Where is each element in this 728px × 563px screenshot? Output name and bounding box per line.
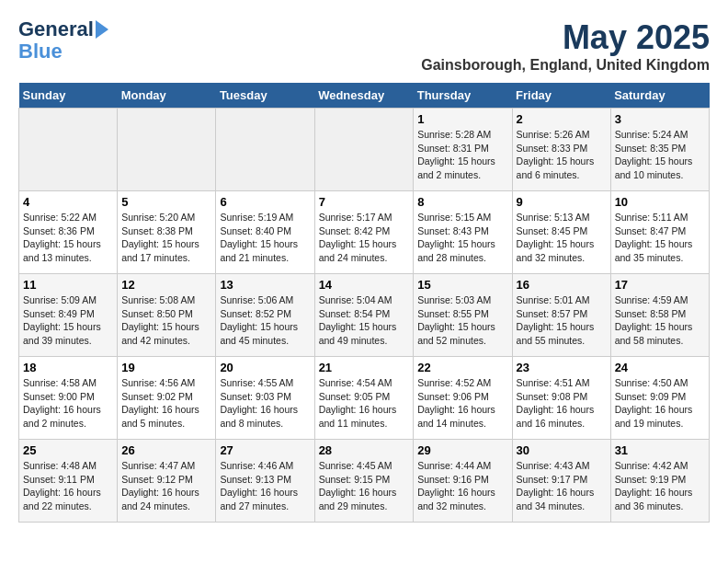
month-title: May 2025 [421, 18, 710, 57]
week-row-3: 11Sunrise: 5:09 AM Sunset: 8:49 PM Dayli… [19, 274, 710, 357]
week-row-2: 4Sunrise: 5:22 AM Sunset: 8:36 PM Daylig… [19, 191, 710, 274]
week-row-1: 1Sunrise: 5:28 AM Sunset: 8:31 PM Daylig… [19, 109, 710, 191]
day-info: Sunrise: 4:45 AM Sunset: 9:15 PM Dayligh… [319, 459, 410, 513]
weekday-header-wednesday: Wednesday [314, 83, 414, 109]
day-info: Sunrise: 5:06 AM Sunset: 8:52 PM Dayligh… [220, 293, 310, 348]
day-number: 24 [615, 361, 705, 374]
calendar-cell: 21Sunrise: 4:54 AM Sunset: 9:05 PM Dayli… [314, 357, 414, 440]
day-info: Sunrise: 5:09 AM Sunset: 8:49 PM Dayligh… [23, 293, 113, 348]
day-info: Sunrise: 4:50 AM Sunset: 9:09 PM Dayligh… [615, 376, 705, 431]
day-number: 2 [517, 112, 607, 126]
calendar-cell: 23Sunrise: 4:51 AM Sunset: 9:08 PM Dayli… [512, 357, 610, 440]
week-row-5: 25Sunrise: 4:48 AM Sunset: 9:11 PM Dayli… [19, 440, 710, 523]
calendar-cell: 26Sunrise: 4:47 AM Sunset: 9:12 PM Dayli… [118, 440, 216, 523]
weekday-header-thursday: Thursday [414, 83, 512, 109]
day-info: Sunrise: 4:44 AM Sunset: 9:16 PM Dayligh… [417, 459, 507, 513]
calendar-cell: 6Sunrise: 5:19 AM Sunset: 8:40 PM Daylig… [216, 191, 314, 274]
day-number: 31 [615, 443, 705, 457]
calendar-cell: 10Sunrise: 5:11 AM Sunset: 8:47 PM Dayli… [610, 191, 709, 274]
calendar-cell: 7Sunrise: 5:17 AM Sunset: 8:42 PM Daylig… [314, 191, 414, 274]
calendar-cell: 8Sunrise: 5:15 AM Sunset: 8:43 PM Daylig… [414, 191, 512, 274]
day-number: 3 [615, 112, 705, 126]
day-number: 21 [319, 361, 410, 374]
day-number: 28 [319, 443, 410, 457]
calendar-cell: 5Sunrise: 5:20 AM Sunset: 8:38 PM Daylig… [118, 191, 216, 274]
calendar-cell: 11Sunrise: 5:09 AM Sunset: 8:49 PM Dayli… [19, 274, 118, 357]
calendar-cell: 20Sunrise: 4:55 AM Sunset: 9:03 PM Dayli… [216, 357, 314, 440]
day-info: Sunrise: 5:13 AM Sunset: 8:45 PM Dayligh… [517, 211, 607, 265]
weekday-header-friday: Friday [512, 83, 610, 109]
day-info: Sunrise: 5:26 AM Sunset: 8:33 PM Dayligh… [517, 128, 607, 182]
day-info: Sunrise: 4:55 AM Sunset: 9:03 PM Dayligh… [220, 376, 310, 431]
calendar-cell: 22Sunrise: 4:52 AM Sunset: 9:06 PM Dayli… [414, 357, 512, 440]
weekday-header-sunday: Sunday [19, 83, 118, 109]
calendar-cell: 17Sunrise: 4:59 AM Sunset: 8:58 PM Dayli… [610, 274, 709, 357]
day-number: 29 [417, 443, 507, 457]
calendar-cell: 13Sunrise: 5:06 AM Sunset: 8:52 PM Dayli… [216, 274, 314, 357]
calendar-cell: 16Sunrise: 5:01 AM Sunset: 8:57 PM Dayli… [512, 274, 610, 357]
calendar-cell: 25Sunrise: 4:48 AM Sunset: 9:11 PM Dayli… [19, 440, 118, 523]
day-info: Sunrise: 4:52 AM Sunset: 9:06 PM Dayligh… [417, 376, 507, 431]
calendar-cell [19, 109, 118, 191]
calendar-cell: 31Sunrise: 4:42 AM Sunset: 9:19 PM Dayli… [610, 440, 709, 523]
day-info: Sunrise: 4:54 AM Sunset: 9:05 PM Dayligh… [319, 376, 410, 431]
day-info: Sunrise: 4:46 AM Sunset: 9:13 PM Dayligh… [220, 459, 310, 513]
logo-blue: Blue [18, 40, 63, 63]
day-info: Sunrise: 5:15 AM Sunset: 8:43 PM Dayligh… [417, 211, 507, 265]
calendar-cell: 30Sunrise: 4:43 AM Sunset: 9:17 PM Dayli… [512, 440, 610, 523]
day-info: Sunrise: 5:24 AM Sunset: 8:35 PM Dayligh… [615, 128, 705, 182]
calendar-cell [216, 109, 314, 191]
day-number: 20 [220, 361, 310, 374]
weekday-header-tuesday: Tuesday [216, 83, 314, 109]
calendar-cell: 12Sunrise: 5:08 AM Sunset: 8:50 PM Dayli… [118, 274, 216, 357]
day-number: 18 [23, 361, 113, 374]
title-block: May 2025 Gainsborough, England, United K… [421, 18, 710, 74]
day-info: Sunrise: 5:11 AM Sunset: 8:47 PM Dayligh… [615, 211, 705, 265]
calendar-cell [118, 109, 216, 191]
calendar-cell: 9Sunrise: 5:13 AM Sunset: 8:45 PM Daylig… [512, 191, 610, 274]
day-number: 11 [23, 278, 113, 292]
day-info: Sunrise: 4:59 AM Sunset: 8:58 PM Dayligh… [615, 293, 705, 348]
logo: General Blue [18, 18, 108, 63]
day-number: 26 [121, 443, 211, 457]
day-info: Sunrise: 4:47 AM Sunset: 9:12 PM Dayligh… [121, 459, 211, 513]
logo-general: General [18, 18, 94, 40]
day-info: Sunrise: 5:28 AM Sunset: 8:31 PM Dayligh… [417, 128, 507, 182]
day-number: 16 [517, 278, 607, 292]
day-info: Sunrise: 4:48 AM Sunset: 9:11 PM Dayligh… [23, 459, 113, 513]
calendar-cell: 28Sunrise: 4:45 AM Sunset: 9:15 PM Dayli… [314, 440, 414, 523]
calendar-cell: 18Sunrise: 4:58 AM Sunset: 9:00 PM Dayli… [19, 357, 118, 440]
day-number: 5 [121, 195, 211, 209]
day-number: 14 [319, 278, 410, 292]
calendar-header-row: SundayMondayTuesdayWednesdayThursdayFrid… [19, 83, 710, 109]
calendar-cell: 2Sunrise: 5:26 AM Sunset: 8:33 PM Daylig… [512, 109, 610, 191]
day-number: 25 [23, 443, 113, 457]
day-info: Sunrise: 5:22 AM Sunset: 8:36 PM Dayligh… [23, 211, 113, 265]
day-info: Sunrise: 4:58 AM Sunset: 9:00 PM Dayligh… [23, 376, 113, 431]
calendar-cell: 14Sunrise: 5:04 AM Sunset: 8:54 PM Dayli… [314, 274, 414, 357]
logo-arrow-icon [96, 20, 108, 39]
day-number: 23 [517, 361, 607, 374]
calendar-cell: 24Sunrise: 4:50 AM Sunset: 9:09 PM Dayli… [610, 357, 709, 440]
day-number: 17 [615, 278, 705, 292]
day-info: Sunrise: 4:43 AM Sunset: 9:17 PM Dayligh… [517, 459, 607, 513]
calendar-cell: 3Sunrise: 5:24 AM Sunset: 8:35 PM Daylig… [610, 109, 709, 191]
day-number: 30 [517, 443, 607, 457]
day-number: 22 [417, 361, 507, 374]
day-number: 13 [220, 278, 310, 292]
calendar-cell: 29Sunrise: 4:44 AM Sunset: 9:16 PM Dayli… [414, 440, 512, 523]
day-info: Sunrise: 5:01 AM Sunset: 8:57 PM Dayligh… [517, 293, 607, 348]
day-number: 8 [417, 195, 507, 209]
weekday-header-monday: Monday [118, 83, 216, 109]
page-header: General Blue May 2025 Gainsborough, Engl… [18, 18, 710, 74]
day-info: Sunrise: 4:51 AM Sunset: 9:08 PM Dayligh… [517, 376, 607, 431]
calendar-cell: 15Sunrise: 5:03 AM Sunset: 8:55 PM Dayli… [414, 274, 512, 357]
day-info: Sunrise: 5:08 AM Sunset: 8:50 PM Dayligh… [121, 293, 211, 348]
day-info: Sunrise: 5:20 AM Sunset: 8:38 PM Dayligh… [121, 211, 211, 265]
day-info: Sunrise: 5:03 AM Sunset: 8:55 PM Dayligh… [417, 293, 507, 348]
day-info: Sunrise: 5:17 AM Sunset: 8:42 PM Dayligh… [319, 211, 410, 265]
day-number: 12 [121, 278, 211, 292]
day-number: 6 [220, 195, 310, 209]
calendar-table: SundayMondayTuesdayWednesdayThursdayFrid… [18, 83, 710, 523]
day-info: Sunrise: 5:04 AM Sunset: 8:54 PM Dayligh… [319, 293, 410, 348]
